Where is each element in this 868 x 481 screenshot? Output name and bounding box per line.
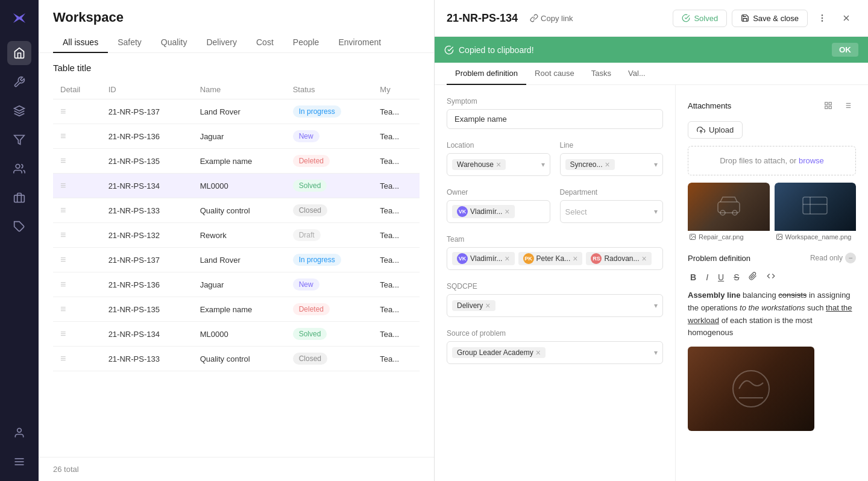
line-section: Line Syncreo... × ▾ — [560, 141, 664, 176]
tab-cost[interactable]: Cost — [247, 33, 283, 53]
table-row[interactable]: ≡ 21-NR-PS-136 Jaguar New Tea... — [53, 272, 420, 297]
owner-input[interactable]: VK Vladimír... × — [447, 200, 550, 223]
toast-ok-button[interactable]: OK — [832, 43, 858, 57]
line-dropdown-arrow[interactable]: ▾ — [654, 160, 658, 169]
prob-img-decoration — [727, 365, 775, 413]
source-tag-remove[interactable]: × — [536, 348, 541, 357]
attachment-thumb-2[interactable] — [775, 183, 857, 231]
table-row[interactable]: ≡ 21-NR-PS-135 Example name Deleted Tea.… — [53, 149, 420, 174]
more-options-button[interactable] — [813, 8, 832, 28]
detail-tab-val[interactable]: Val... — [620, 63, 654, 85]
drop-text: Drop files to attach, or — [720, 156, 796, 165]
save-close-button[interactable]: Save & close — [732, 10, 808, 27]
location-input[interactable]: Warehouse × ▾ — [447, 153, 550, 176]
row-detail-icon: ≡ — [53, 248, 101, 272]
team-input[interactable]: VK Vladimír... × PK Peter Ka... × RS Rad… — [447, 247, 663, 270]
team-section: Team VK Vladimír... × PK Peter Ka... × R… — [447, 235, 663, 270]
location-tag: Warehouse × — [452, 159, 506, 170]
sqdcpe-dropdown-arrow[interactable]: ▾ — [654, 301, 658, 310]
sidebar-item-tag[interactable] — [7, 215, 31, 239]
drop-zone[interactable]: Drop files to attach, or browse — [688, 146, 856, 175]
svg-point-34 — [778, 236, 779, 237]
table-row[interactable]: ≡ 21-NR-PS-133 Quality control Closed Te… — [53, 347, 420, 371]
attachments-view-icons — [820, 97, 856, 114]
table-row[interactable]: ≡ 21-NR-PS-136 Jaguar New Tea... — [53, 124, 420, 149]
svg-rect-30 — [803, 197, 827, 214]
sqdcpe-tag: Delivery × — [452, 300, 495, 311]
attachment-button[interactable] — [746, 269, 760, 285]
svg-rect-16 — [829, 106, 831, 108]
team-remove-pk[interactable]: × — [573, 254, 577, 263]
underline-button[interactable]: U — [715, 269, 726, 285]
location-dropdown-arrow[interactable]: ▾ — [541, 160, 545, 169]
table-footer: 26 total — [39, 457, 434, 481]
sidebar-item-users[interactable] — [7, 157, 31, 181]
attachment-thumb-1[interactable] — [688, 183, 770, 231]
location-tag-remove[interactable]: × — [496, 160, 501, 169]
col-id[interactable]: ID — [101, 80, 193, 99]
department-dropdown-arrow[interactable]: ▾ — [654, 207, 658, 216]
car-image-decoration — [714, 192, 743, 221]
sqdcpe-input[interactable]: Delivery × ▾ — [447, 294, 663, 317]
sidebar-item-layers[interactable] — [7, 99, 31, 123]
row-id: 21-NR-PS-137 — [101, 99, 193, 124]
sidebar-item-filter[interactable] — [7, 128, 31, 152]
row-detail-icon: ≡ — [53, 99, 101, 124]
tab-all-issues[interactable]: All issues — [53, 33, 108, 53]
owner-tag-remove[interactable]: × — [505, 207, 509, 216]
col-name[interactable]: Name — [193, 80, 286, 99]
team-remove-rs[interactable]: × — [641, 254, 646, 263]
bold-button[interactable]: B — [688, 269, 699, 285]
sidebar-item-menu[interactable] — [7, 450, 31, 474]
grid-view-button[interactable] — [820, 97, 837, 114]
copy-link-button[interactable]: Copy link — [525, 11, 577, 25]
row-team: Tea... — [373, 297, 420, 322]
svg-point-10 — [822, 17, 822, 18]
department-input[interactable]: Select ▾ — [560, 200, 664, 223]
team-label: Team — [447, 235, 663, 244]
table-row[interactable]: ≡ 21-NR-PS-134 ML0000 Solved Tea... — [53, 174, 420, 198]
table-row[interactable]: ≡ 21-NR-PS-132 Rework Draft Tea... — [53, 223, 420, 248]
table-row[interactable]: ≡ 21-NR-PS-134 ML0000 Solved Tea... — [53, 322, 420, 347]
row-status: Deleted — [286, 149, 373, 174]
tab-delivery[interactable]: Delivery — [197, 33, 247, 53]
sqdcpe-tag-remove[interactable]: × — [485, 301, 490, 310]
col-status[interactable]: Status — [286, 80, 373, 99]
table-row[interactable]: ≡ 21-NR-PS-133 Quality control Closed Te… — [53, 198, 420, 223]
sidebar-item-briefcase[interactable] — [7, 186, 31, 210]
detail-tab-root[interactable]: Root cause — [526, 63, 583, 85]
embed-button[interactable] — [764, 269, 778, 285]
close-button[interactable] — [837, 8, 856, 28]
sidebar-item-tools[interactable] — [7, 70, 31, 94]
detail-tab-problem[interactable]: Problem definition — [447, 63, 526, 85]
team-remove-vk[interactable]: × — [505, 254, 509, 263]
detail-tab-tasks[interactable]: Tasks — [583, 63, 620, 85]
tab-quality[interactable]: Quality — [151, 33, 197, 53]
source-dropdown-arrow[interactable]: ▾ — [654, 348, 658, 357]
row-id: 21-NR-PS-133 — [101, 198, 193, 223]
source-input[interactable]: Group Leader Academy × ▾ — [447, 341, 663, 364]
table-row[interactable]: ≡ 21-NR-PS-137 Land Rover In progress Te… — [53, 248, 420, 272]
strikethrough-button[interactable]: S — [731, 269, 741, 285]
page-title: Workspace — [53, 10, 420, 25]
tab-enviroment[interactable]: Enviroment — [329, 33, 391, 53]
tab-safety[interactable]: Safety — [108, 33, 151, 53]
line-tag-remove[interactable]: × — [605, 160, 610, 169]
table-row[interactable]: ≡ 21-NR-PS-135 Example name Deleted Tea.… — [53, 297, 420, 322]
location-tag-value: Warehouse — [457, 160, 494, 169]
browse-link[interactable]: browse — [799, 156, 824, 165]
italic-button[interactable]: I — [703, 269, 711, 285]
toast-notification: Copied to clipboard! OK — [435, 37, 868, 63]
table-row[interactable]: ≡ 21-NR-PS-137 Land Rover In progress Te… — [53, 99, 420, 124]
solved-button[interactable]: Solved — [673, 10, 727, 27]
sidebar-item-home[interactable] — [7, 41, 31, 65]
list-view-button[interactable] — [839, 97, 856, 114]
symptom-input[interactable] — [447, 109, 663, 129]
sidebar-item-profile[interactable] — [7, 421, 31, 445]
workspace-image-decoration — [800, 192, 829, 221]
tab-people[interactable]: People — [283, 33, 329, 53]
problem-definition-text: Assembly line balancing consists in assi… — [688, 289, 856, 339]
line-input[interactable]: Syncreo... × ▾ — [560, 153, 664, 176]
row-status: Draft — [286, 223, 373, 248]
upload-button[interactable]: Upload — [688, 121, 743, 139]
